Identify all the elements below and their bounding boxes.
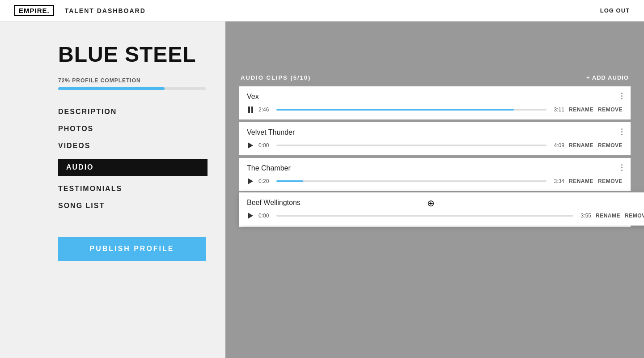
rename-button-the-chamber[interactable]: RENAME bbox=[569, 178, 593, 184]
audio-controls-beef-wellingtons: 0:00 3:55 RENAME REMOVE bbox=[247, 212, 644, 219]
pause-bar-2 bbox=[251, 107, 253, 113]
drag-cursor-icon: ⊕ bbox=[427, 198, 435, 209]
audio-clip-the-chamber: The Chamber 0:20 3:34 RENAME REMOVE bbox=[239, 158, 631, 191]
pause-bar-1 bbox=[248, 107, 250, 113]
clip-title-beef-wellingtons: Beef Wellingtons bbox=[247, 199, 644, 207]
audio-header: AUDIO CLIPS (5/10) + ADD AUDIO bbox=[239, 74, 631, 81]
time-total-vex: 3:11 bbox=[551, 107, 564, 113]
remove-button-beef-wellingtons[interactable]: REMOVE bbox=[625, 213, 644, 219]
play-icon-velvet-thunder bbox=[248, 142, 253, 149]
sidebar: BLUE STEEL 72% PROFILE COMPLETION DESCRI… bbox=[0, 21, 225, 358]
more-dot-1 bbox=[621, 93, 623, 94]
artist-name: BLUE STEEL bbox=[58, 43, 208, 67]
clip-title-velvet-thunder: Velvet Thunder bbox=[247, 128, 623, 136]
sidebar-item-videos[interactable]: VIDEOS bbox=[58, 142, 208, 150]
time-total-beef-wellingtons: 3:55 bbox=[578, 213, 591, 219]
play-button-beef-wellingtons[interactable] bbox=[247, 212, 254, 219]
time-current-vex: 2:46 bbox=[258, 107, 272, 113]
time-current-the-chamber: 0:20 bbox=[258, 178, 272, 184]
content-area: AUDIO CLIPS (5/10) + ADD AUDIO Vex 2:46 bbox=[225, 21, 644, 358]
sidebar-item-photos[interactable]: PHOTOS bbox=[58, 125, 208, 133]
track-bg-vex[interactable] bbox=[276, 109, 547, 111]
sidebar-item-testimonials[interactable]: TESTIMONIALS bbox=[58, 185, 208, 193]
audio-clip-beef-wellingtons-dragging[interactable]: Beef Wellingtons 0:00 3:55 RENAME REMOVE… bbox=[239, 192, 644, 226]
more-dot-3 bbox=[621, 170, 623, 171]
track-bg-the-chamber[interactable] bbox=[276, 180, 547, 182]
more-dot-3 bbox=[621, 98, 623, 99]
rename-button-velvet-thunder[interactable]: RENAME bbox=[569, 142, 593, 149]
audio-clip-velvet-thunder: Velvet Thunder 0:00 4:09 RENAME REMOVE bbox=[239, 122, 631, 155]
pause-button-vex[interactable] bbox=[247, 106, 254, 113]
logo: EMPIRE. bbox=[14, 5, 54, 16]
track-fill-the-chamber bbox=[276, 180, 303, 182]
more-menu-velvet-thunder[interactable] bbox=[621, 128, 623, 135]
header-left: EMPIRE. TALENT DASHBOARD bbox=[14, 5, 146, 16]
rename-button-vex[interactable]: RENAME bbox=[569, 107, 593, 113]
audio-section-label: AUDIO CLIPS (5/10) bbox=[241, 74, 311, 81]
remove-button-the-chamber[interactable]: REMOVE bbox=[598, 178, 623, 184]
progress-bar-fill bbox=[58, 87, 165, 90]
clip-title-the-chamber: The Chamber bbox=[247, 164, 623, 172]
progress-bar-background bbox=[58, 87, 206, 90]
play-button-the-chamber[interactable] bbox=[247, 178, 254, 185]
sidebar-item-song-list[interactable]: SONG LIST bbox=[58, 202, 208, 210]
audio-clip-vex: Vex 2:46 3:11 RENAME REMOVE bbox=[239, 86, 631, 119]
time-total-the-chamber: 3:34 bbox=[551, 178, 564, 184]
header-title: TALENT DASHBOARD bbox=[65, 7, 146, 14]
more-dot-1 bbox=[621, 128, 623, 130]
completion-label: 72% PROFILE COMPLETION bbox=[58, 77, 208, 84]
more-dot-1 bbox=[621, 164, 623, 166]
remove-button-vex[interactable]: REMOVE bbox=[598, 107, 623, 113]
time-total-velvet-thunder: 4:09 bbox=[551, 142, 564, 149]
more-dot-2 bbox=[621, 167, 623, 168]
sidebar-item-audio[interactable]: AUDIO bbox=[58, 159, 208, 176]
add-audio-button[interactable]: + ADD AUDIO bbox=[586, 74, 629, 81]
more-dot-2 bbox=[621, 131, 623, 132]
pause-icon-vex bbox=[248, 107, 253, 113]
main-layout: BLUE STEEL 72% PROFILE COMPLETION DESCRI… bbox=[0, 21, 644, 358]
play-icon-the-chamber bbox=[248, 178, 253, 184]
audio-controls-vex: 2:46 3:11 RENAME REMOVE bbox=[247, 106, 623, 113]
play-button-velvet-thunder[interactable] bbox=[247, 142, 254, 149]
logout-button[interactable]: LOG OUT bbox=[600, 7, 630, 14]
clip-title-vex: Vex bbox=[247, 93, 623, 101]
track-bg-beef-wellingtons[interactable] bbox=[276, 215, 573, 217]
time-current-beef-wellingtons: 0:00 bbox=[258, 213, 272, 219]
more-dot-3 bbox=[621, 134, 623, 135]
time-current-velvet-thunder: 0:00 bbox=[258, 142, 272, 149]
more-menu-the-chamber[interactable] bbox=[621, 164, 623, 171]
rename-button-beef-wellingtons[interactable]: RENAME bbox=[596, 213, 620, 219]
sidebar-item-description[interactable]: DESCRIPTION bbox=[58, 108, 208, 116]
track-bg-velvet-thunder[interactable] bbox=[276, 145, 547, 146]
track-fill-vex bbox=[276, 109, 514, 111]
more-menu-vex[interactable] bbox=[621, 93, 623, 99]
publish-profile-button[interactable]: PUBLISH PROFILE bbox=[58, 237, 206, 261]
more-dot-2 bbox=[621, 95, 623, 97]
play-icon-beef-wellingtons bbox=[248, 213, 253, 219]
header: EMPIRE. TALENT DASHBOARD LOG OUT bbox=[0, 0, 644, 21]
remove-button-velvet-thunder[interactable]: REMOVE bbox=[598, 142, 623, 149]
audio-controls-velvet-thunder: 0:00 4:09 RENAME REMOVE bbox=[247, 142, 623, 149]
audio-controls-the-chamber: 0:20 3:34 RENAME REMOVE bbox=[247, 178, 623, 185]
